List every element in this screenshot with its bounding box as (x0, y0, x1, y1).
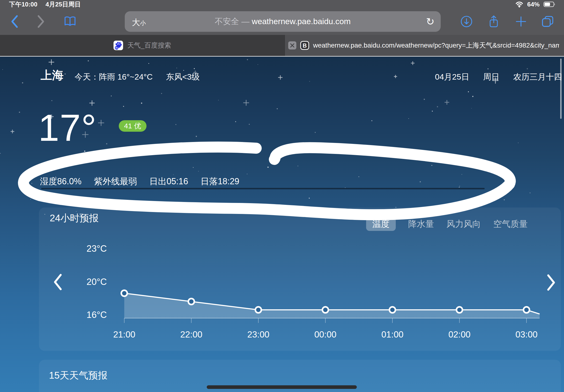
stat-uv: 紫外线最弱 (94, 176, 137, 187)
share-icon (487, 14, 500, 28)
downloads-button[interactable] (458, 8, 475, 35)
safari-toolbar: 大小 不安全 — weathernew.pae.baidu.com ↻ (0, 8, 564, 35)
close-icon (290, 43, 295, 48)
tabs-icon (541, 15, 554, 28)
wifi-icon (515, 1, 523, 8)
book-icon (64, 16, 76, 27)
reload-icon: ↻ (426, 16, 434, 28)
hourly-tab-temperature[interactable]: 温度 (366, 217, 396, 231)
chevron-right-icon (546, 273, 557, 292)
daily-section-title[interactable]: 15天天气预报 (49, 369, 108, 382)
forward-button[interactable] (34, 8, 48, 35)
baidu-favicon: du (113, 41, 123, 50)
close-tab-button[interactable] (288, 41, 296, 49)
back-chevron-icon (10, 14, 18, 28)
new-tab-button[interactable] (513, 8, 529, 35)
status-date: 4月25日周日 (46, 0, 81, 9)
stats-underline (41, 188, 485, 189)
reload-button[interactable]: ↻ (426, 11, 434, 32)
page-top-edge (0, 56, 564, 57)
solar-date: 04月25日 (435, 71, 469, 83)
hourly-tab-air-quality[interactable]: 空气质量 (493, 217, 528, 231)
tab-baidu-search[interactable]: du 天气_百度搜索 (0, 35, 285, 56)
current-temperature: 17° (38, 109, 97, 147)
today-summary: 今天：阵雨 16°~24°C (75, 71, 153, 83)
city-name: 上海 (41, 68, 64, 83)
plus-icon (515, 15, 527, 28)
svg-text:du: du (115, 47, 118, 49)
battery-percent: 64% (527, 1, 540, 8)
stat-sunrise: 日出05:16 (149, 176, 188, 187)
hourly-section-title: 24小时预报 (50, 211, 99, 225)
url-host: weathernew.pae.baidu.com (252, 17, 351, 26)
url-separator: — (241, 17, 249, 26)
hourly-tab-precipitation[interactable]: 降水量 (408, 217, 434, 231)
reading-list-button[interactable] (62, 8, 78, 35)
stat-humidity: 湿度86.0% (40, 176, 82, 187)
aqi-badge[interactable]: 41 优 (119, 120, 147, 132)
scrollbar-thumb[interactable] (560, 58, 562, 119)
chart-next-button[interactable] (546, 273, 557, 292)
security-label: 不安全 (215, 17, 239, 26)
share-button[interactable] (486, 8, 502, 35)
forward-chevron-icon (37, 14, 45, 28)
status-left: 下午10:00 4月25日周日 (9, 0, 81, 9)
tab-bar: du 天气_百度搜索 B weathernew.pae.baidu.com/we… (0, 35, 564, 56)
download-icon (460, 15, 473, 28)
status-right: 64% (515, 1, 556, 8)
tab-overview-button[interactable] (540, 8, 556, 35)
battery-icon (543, 1, 556, 7)
chevron-left-icon (52, 273, 63, 291)
back-button[interactable] (7, 8, 22, 35)
chart-prev-button[interactable] (52, 273, 63, 291)
tab-title: weathernew.pae.baidu.com/weathernew/pc?q… (313, 41, 559, 50)
home-indicator[interactable] (207, 385, 357, 389)
svg-text:B: B (303, 42, 307, 49)
address-bar[interactable]: 大小 不安全 — weathernew.pae.baidu.com ↻ (125, 11, 441, 32)
ipad-screen: 下午10:00 4月25日周日 64% (0, 0, 564, 392)
weekday: 周日 (483, 71, 499, 83)
stat-sunset: 日落18:29 (201, 176, 239, 187)
url-display: 不安全 — weathernew.pae.baidu.com (125, 16, 441, 27)
tab-weathernew-active[interactable]: B weathernew.pae.baidu.com/weathernew/pc… (285, 35, 564, 56)
site-favicon-b: B (300, 41, 309, 50)
lunar-date: 农历三月十四 (513, 71, 562, 83)
hourly-tab-wind[interactable]: 风力风向 (446, 217, 481, 231)
tab-title: 天气_百度搜索 (127, 41, 171, 50)
today-wind: 东风<3级 (166, 71, 200, 83)
status-bar: 下午10:00 4月25日周日 64% (0, 0, 564, 8)
clock: 下午10:00 (9, 0, 38, 9)
